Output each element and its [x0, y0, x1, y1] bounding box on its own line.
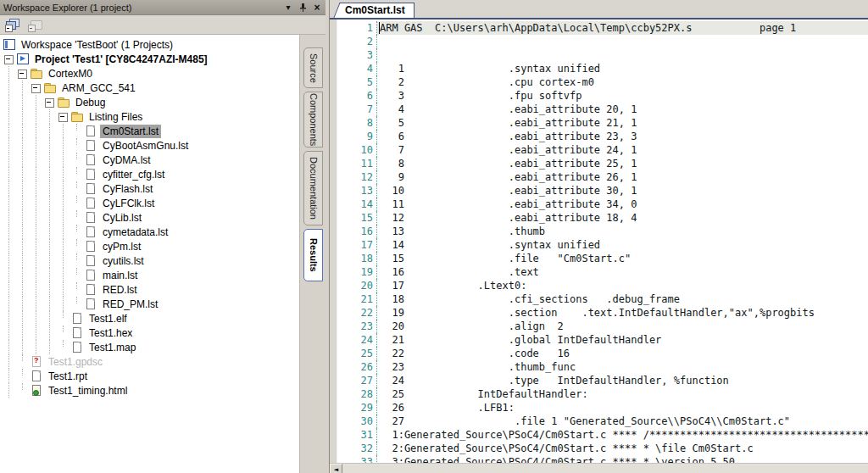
collapse-folder-icon[interactable]	[27, 18, 44, 32]
line-number: 19	[337, 265, 377, 279]
code-line[interactable]: 4 1 .syntax unified	[337, 62, 868, 75]
code-line[interactable]: 7 4 .eabi_attribute 20, 1	[337, 103, 868, 116]
code-line[interactable]: 15 12 .eabi_attribute 18, 4	[337, 211, 868, 225]
code-line[interactable]: 25 22 .code 16	[337, 347, 868, 360]
code-line[interactable]: 21 18 .cfi_sections .debug_frame	[337, 292, 868, 306]
tree-item-arm-gcc-541[interactable]: ARM_GCC_541	[0, 81, 299, 95]
tree-item-cybootasmgnu-lst[interactable]: CyBootAsmGnu.lst	[0, 138, 299, 153]
code-line[interactable]: 33 3:Generated_Source\PSoC4/Cm0Start.c *…	[337, 455, 868, 463]
horizontal-scrollbar[interactable]: ◄	[330, 463, 868, 473]
expander-minus-icon[interactable]	[16, 66, 30, 81]
code-line[interactable]: 20 17 .Ltext0:	[337, 279, 868, 292]
tree-item-cyutils-lst[interactable]: cyutils.lst	[0, 253, 299, 268]
code-line[interactable]: 13 10 .eabi_attribute 30, 1	[337, 184, 868, 198]
code-line[interactable]: 19 16 .text	[337, 265, 868, 279]
code-line[interactable]: 30 27 .file 1 "Generated_Source\\PSoC4\\…	[337, 415, 868, 428]
tree-guide-line	[43, 109, 57, 124]
code-line[interactable]: 12 9 .eabi_attribute 26, 1	[337, 170, 868, 184]
minus-badge	[5, 25, 13, 32]
code-line[interactable]: 22 19 .section .text.IntDefaultHandler,"…	[337, 306, 868, 320]
code-line[interactable]: 1ARM GAS C:\Users\arh\AppData\Local\Temp…	[337, 21, 868, 35]
tree-item-test1-map[interactable]: Test1.map	[0, 340, 299, 354]
pin-icon[interactable]	[298, 3, 308, 13]
code-line[interactable]: 23 20 .align 2	[337, 320, 868, 333]
code-text: 8 .eabi_attribute 25, 1	[377, 157, 868, 170]
tree-item-cyflash-lst[interactable]: CyFlash.lst	[0, 181, 299, 196]
code-text: 23 .thumb_func	[377, 360, 868, 374]
tree-item-label: Test1.gpdsc	[46, 355, 105, 369]
tree-item-label: Test1.map	[86, 341, 138, 354]
code-line[interactable]: 11 8 .eabi_attribute 25, 1	[337, 157, 868, 170]
tree-item-test1-elf[interactable]: Test1.elf	[0, 311, 299, 326]
tree-guide-line	[57, 239, 70, 253]
tree-item-listing-files[interactable]: Listing Files	[0, 109, 299, 124]
chevron-down-icon[interactable]: ▾	[283, 3, 293, 13]
tree-guide-line	[30, 268, 43, 282]
tree-item-cortexm0[interactable]: CortexM0	[0, 66, 299, 81]
expander-minus-icon[interactable]	[3, 52, 16, 66]
tree-item-cm0start-lst[interactable]: Cm0Start.lst	[0, 124, 299, 138]
expander-minus-icon[interactable]	[43, 95, 57, 109]
tree-item-main-lst[interactable]: main.lst	[0, 268, 299, 282]
code-line[interactable]: 31 1:Generated_Source\PSoC4/Cm0Start.c *…	[337, 428, 868, 442]
collapse-all-icon[interactable]	[4, 18, 21, 32]
tree-item-cylib-lst[interactable]: CyLib.lst	[0, 210, 299, 225]
tab-cm0start-lst[interactable]: Cm0Start.lst	[342, 3, 415, 18]
code-line[interactable]: 16 13 .thumb	[337, 225, 868, 238]
tree-item-project-test1-cy8c4247azi-m485[interactable]: Project 'Test1' [CY8C4247AZI-M485]	[0, 52, 299, 66]
code-line[interactable]: 29 26 .LFB1:	[337, 401, 868, 415]
tree-guide-line	[57, 124, 70, 138]
code-text: 11 .eabi_attribute 34, 0	[377, 198, 868, 211]
code-line[interactable]: 24 21 .global IntDefaultHandler	[337, 333, 868, 347]
code-text: 2 .cpu cortex-m0	[377, 75, 868, 89]
expander-minus-icon[interactable]	[57, 109, 70, 124]
code-line[interactable]: 2	[337, 35, 868, 48]
scroll-left-icon[interactable]: ◄	[330, 464, 342, 473]
tree-item-cylfclk-lst[interactable]: CyLFClk.lst	[0, 196, 299, 210]
tree-guide-line	[16, 297, 30, 311]
close-icon[interactable]: ×	[312, 3, 322, 13]
scroll-track[interactable]	[342, 464, 868, 473]
tree-guide-line	[3, 297, 16, 311]
side-tab-documentation[interactable]: Documentation	[303, 151, 323, 225]
tree-item-test1-gpdsc[interactable]: Test1.gpdsc	[0, 354, 299, 369]
tree-guide-line	[43, 311, 57, 326]
tree-guide-line	[30, 282, 43, 297]
tree-item-cypm-lst[interactable]: cyPm.lst	[0, 239, 299, 253]
code-line[interactable]: 27 24 .type IntDefaultHandler, %function	[337, 374, 868, 387]
code-line[interactable]: 14 11 .eabi_attribute 34, 0	[337, 198, 868, 211]
doc-icon	[84, 197, 97, 209]
tree-item-debug[interactable]: Debug	[0, 95, 299, 109]
side-tab-components[interactable]: Components	[303, 92, 323, 147]
code-line[interactable]: 32 2:Generated_Source\PSoC4/Cm0Start.c *…	[337, 442, 868, 455]
code-line[interactable]: 6 3 .fpu softvfp	[337, 89, 868, 103]
tree-item-test1-hex[interactable]: Test1.hex	[0, 326, 299, 340]
code-line[interactable]: 28 25 IntDefaultHandler:	[337, 387, 868, 401]
expander-minus-icon[interactable]	[30, 81, 43, 95]
code-line[interactable]: 8 5 .eabi_attribute 21, 1	[337, 116, 868, 130]
tree-item-red-lst[interactable]: RED.lst	[0, 282, 299, 297]
code-line[interactable]: 5 2 .cpu cortex-m0	[337, 75, 868, 89]
tree-item-cymetadata-lst[interactable]: cymetadata.lst	[0, 225, 299, 239]
code-line[interactable]: 18 15 .file "Cm0Start.c"	[337, 252, 868, 265]
code-line[interactable]: 17 14 .syntax unified	[337, 238, 868, 252]
code-line[interactable]: 10 7 .eabi_attribute 24, 1	[337, 143, 868, 157]
code-line[interactable]: 3	[337, 48, 868, 62]
code-text: 21 .global IntDefaultHandler	[377, 333, 868, 347]
editor-lines[interactable]: 1ARM GAS C:\Users\arh\AppData\Local\Temp…	[337, 19, 868, 463]
line-number: 33	[337, 455, 377, 463]
tree-item-red-pm-lst[interactable]: RED_PM.lst	[0, 297, 299, 311]
tree-item-test1-timing-html[interactable]: Test1_timing.html	[0, 383, 299, 398]
code-line[interactable]: 26 23 .thumb_func	[337, 360, 868, 374]
editor-body: 1ARM GAS C:\Users\arh\AppData\Local\Temp…	[330, 19, 868, 463]
tree-item-workspace-testboot-1-projects[interactable]: Workspace 'TestBoot' (1 Projects)	[0, 37, 299, 52]
tree-guide-line	[30, 297, 43, 311]
tree-item-cyfitter-cfg-lst[interactable]: cyfitter_cfg.lst	[0, 167, 299, 181]
doc-icon	[70, 326, 84, 339]
side-tab-results[interactable]: Results	[303, 229, 323, 281]
folder-icon	[43, 81, 57, 94]
tree-item-test1-rpt[interactable]: Test1.rpt	[0, 369, 299, 383]
side-tab-source[interactable]: Source	[303, 47, 323, 88]
tree-item-cydma-lst[interactable]: CyDMA.lst	[0, 153, 299, 167]
code-line[interactable]: 9 6 .eabi_attribute 23, 3	[337, 130, 868, 143]
